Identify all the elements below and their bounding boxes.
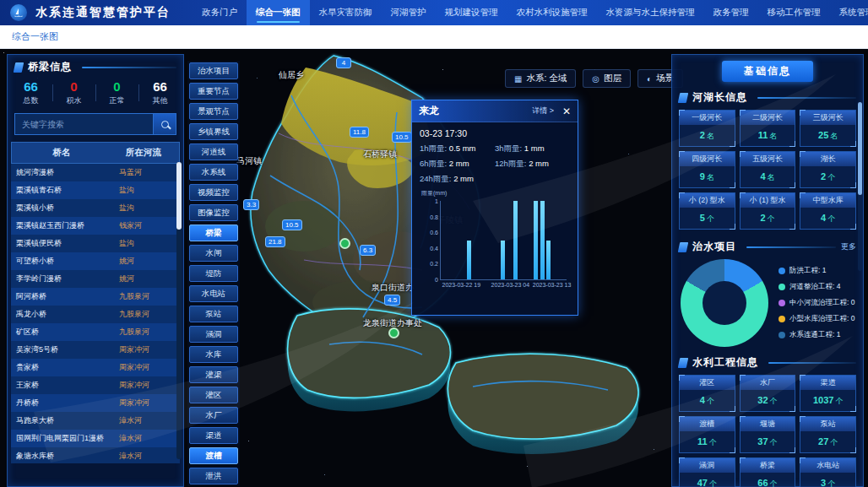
layer-item-水库[interactable]: 水库	[189, 346, 238, 363]
nav-tab-移动工作管理[interactable]: 移动工作管理	[758, 0, 830, 25]
table-row[interactable]: 象塘水库桥漳水河	[11, 447, 180, 463]
table-row[interactable]: 矿区桥九股泉河	[11, 323, 180, 341]
layer-item-视频监控[interactable]: 视频监控	[189, 184, 238, 201]
nav-tab-水资源与水土保持管理[interactable]: 水资源与水土保持管理	[597, 0, 704, 25]
stat-cell-四级河长[interactable]: 四级河长9名	[679, 151, 735, 188]
table-row[interactable]: 李学岭门漫桥姚河	[11, 270, 180, 288]
layer-item-治水项目[interactable]: 治水项目	[189, 62, 238, 79]
stat-cell-灌区[interactable]: 灌区4个	[679, 375, 735, 412]
nav-tab-政务管理[interactable]: 政务管理	[704, 0, 758, 25]
table-row[interactable]: 姚河湾漫桥马盖河	[11, 164, 180, 181]
stat-label: 其他	[138, 95, 182, 106]
nav-tab-系统管理[interactable]: 系统管理	[830, 0, 868, 25]
table-row[interactable]: 禹龙小桥九股泉河	[11, 306, 180, 323]
stat-cell-五级河长[interactable]: 五级河长4名	[740, 151, 796, 188]
layer-item-泵站[interactable]: 泵站	[189, 306, 238, 322]
water-level-marker[interactable]: 6.3	[360, 245, 376, 256]
layer-item-灌区[interactable]: 灌区	[189, 387, 238, 403]
layer-item-河道线[interactable]: 河道线	[189, 143, 238, 160]
nav-tab-规划建设管理[interactable]: 规划建设管理	[436, 0, 507, 25]
stat-cell-泵站[interactable]: 泵站27个	[800, 416, 856, 453]
nav-tab-政务门户[interactable]: 政务门户	[193, 0, 247, 25]
water-level-marker[interactable]: 10.5	[282, 219, 302, 230]
layer-item-渡槽[interactable]: 渡槽	[189, 447, 238, 464]
water-level-marker[interactable]: 4.5	[384, 295, 400, 306]
table-row[interactable]: 马跑泉大桥漳水河	[11, 412, 180, 430]
stat-cell-中型水库[interactable]: 中型水库4个	[800, 192, 856, 230]
nav-tab-农村水利设施管理[interactable]: 农村水利设施管理	[507, 0, 597, 25]
table-row[interactable]: 阿河桥桥九股泉河	[11, 288, 180, 306]
map-control-水系: 全域[interactable]: ▦水系: 全域	[505, 69, 576, 88]
stat-cell-label: 中型水库	[800, 193, 855, 208]
table-row[interactable]: 可望桥小桥姚河	[11, 252, 180, 270]
layer-item-图像监控[interactable]: 图像监控	[189, 204, 238, 221]
tab-basic-info[interactable]: 基础信息	[722, 61, 813, 82]
table-row[interactable]: 吴家湾5号桥周家冲河	[11, 341, 180, 359]
layer-item-桥梁[interactable]: 桥梁	[189, 225, 238, 241]
layer-item-景观节点[interactable]: 景观节点	[189, 103, 238, 120]
layer-item-水系线[interactable]: 水系线	[189, 164, 238, 181]
town-label-泉口街道办: 泉口街道办	[372, 282, 414, 294]
x-tick: 2023-03-23 04	[491, 282, 530, 288]
table-row[interactable]: 栗溪镇便民桥盐沟	[11, 235, 180, 252]
stat-cell-value: 2个	[741, 208, 795, 229]
stat-cell-二级河长[interactable]: 二级河长11名	[740, 110, 796, 147]
stat-cell-三级河长[interactable]: 三级河长25名	[800, 110, 856, 147]
layer-item-水电站[interactable]: 水电站	[189, 285, 238, 302]
water-level-marker[interactable]: 11.8	[350, 127, 369, 138]
layer-item-涵洞[interactable]: 涵洞	[189, 326, 238, 343]
table-row[interactable]: 栗溪镇赵玉西门漫桥钱家河	[11, 217, 180, 235]
stat-cell-小 (2) 型水[interactable]: 小 (2) 型水5个	[679, 192, 735, 230]
nav-tab-水旱灾害防御[interactable]: 水旱灾害防御	[310, 0, 382, 25]
stat-cell-湖长[interactable]: 湖长2个	[800, 151, 856, 188]
stat-cell-一级河长[interactable]: 一级河长2名	[679, 110, 735, 147]
layer-item-堤防[interactable]: 堤防	[189, 265, 238, 282]
projects-more-link[interactable]: 更多	[841, 241, 856, 252]
camera-marker-icon[interactable]	[339, 238, 350, 249]
nav-tab-河湖管护[interactable]: 河湖管护	[382, 0, 436, 25]
right-panel-scrollbar[interactable]	[858, 102, 862, 271]
water-level-marker[interactable]: 21.8	[265, 236, 285, 247]
layer-item-重要节点[interactable]: 重要节点	[189, 83, 238, 100]
breadcrumb[interactable]: 综合一张图	[12, 30, 58, 43]
layer-item-渠道[interactable]: 渠道	[189, 427, 238, 444]
popup-detail-link[interactable]: 详情 >	[532, 106, 554, 116]
table-row[interactable]: 王家桥周家冲河	[11, 376, 180, 394]
layer-item-灌渠[interactable]: 灌渠	[189, 366, 238, 383]
camera-marker-icon[interactable]	[388, 327, 399, 338]
nav-tab-综合一张图[interactable]: 综合一张图	[247, 0, 310, 25]
stat-cell-水厂[interactable]: 水厂32个	[740, 375, 796, 412]
table-row[interactable]: 丹桥桥周家冲河	[11, 394, 180, 412]
table-row[interactable]: 栗溪镇小桥盐沟	[11, 199, 180, 217]
legend-label: 小型水库治理工程: 0	[789, 314, 854, 324]
stat-cell-堰塘[interactable]: 堰塘37个	[740, 416, 796, 453]
stat-cell-label: 小 (2) 型水	[680, 193, 735, 208]
grid-icon: ▦	[514, 74, 522, 84]
river-name-cell: 周家冲河	[111, 362, 175, 373]
close-icon[interactable]: ✕	[562, 106, 571, 116]
layer-item-水闸[interactable]: 水闸	[189, 245, 238, 262]
map-canvas[interactable]: ▦水系: 全域◎图层◐场景 桥梁信息 66总数0积水0正常66其他 桥名 所在河…	[0, 49, 868, 487]
layer-item-泄洪[interactable]: 泄洪	[189, 468, 238, 484]
layer-item-水厂[interactable]: 水厂	[189, 407, 238, 424]
bridge-panel-title: 桥梁信息	[28, 60, 72, 74]
water-level-marker[interactable]: 10.5	[392, 132, 412, 143]
search-input[interactable]	[14, 113, 153, 135]
table-row[interactable]: 贵家桥周家冲河	[11, 359, 180, 376]
water-level-marker[interactable]: 3.3	[243, 199, 259, 210]
table-scrollbar[interactable]	[176, 162, 182, 459]
stat-cell-水电站[interactable]: 水电站3个	[800, 457, 856, 487]
bridge-name-cell: 禹龙小桥	[11, 309, 111, 320]
table-row[interactable]: 栗溪镇青石桥盐沟	[11, 181, 180, 199]
stat-cell-渡槽[interactable]: 渡槽11个	[679, 416, 735, 453]
water-level-marker[interactable]: 4	[336, 57, 351, 68]
stat-cell-渠道[interactable]: 渠道1037个	[800, 375, 856, 412]
stat-cell-桥梁[interactable]: 桥梁66个	[740, 457, 796, 487]
stat-cell-涵洞[interactable]: 涵洞47个	[679, 457, 735, 487]
chiefs-section-title: 河湖长信息	[692, 90, 747, 105]
search-button[interactable]	[153, 113, 176, 135]
stat-cell-小 (1) 型水[interactable]: 小 (1) 型水2个	[740, 192, 796, 230]
map-control-图层[interactable]: ◎图层	[583, 69, 631, 88]
layer-item-乡镇界线[interactable]: 乡镇界线	[189, 123, 238, 140]
table-row[interactable]: 国网荆门电网栗园门1漫桥漳水河	[11, 430, 180, 447]
